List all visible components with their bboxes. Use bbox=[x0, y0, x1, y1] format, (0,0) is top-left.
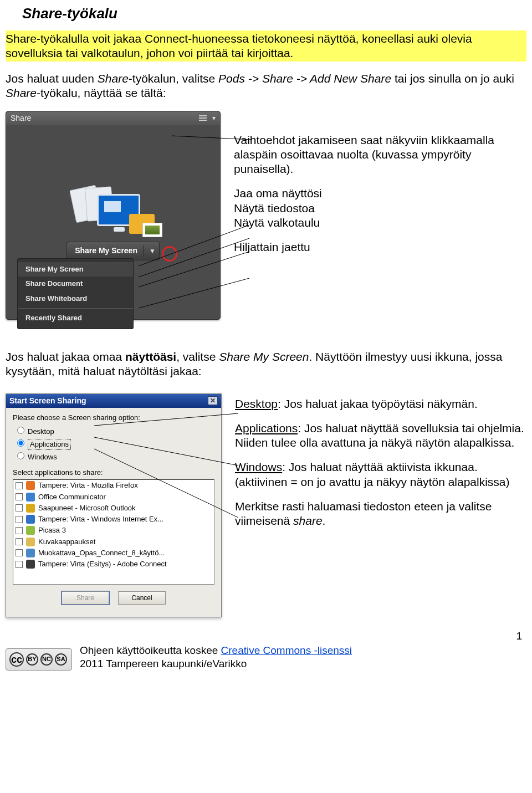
menu-item-share-screen[interactable]: Share My Screen bbox=[18, 262, 133, 277]
dialog-sublabel: Select applications to share: bbox=[13, 468, 214, 477]
share-button-label: Share My Screen bbox=[75, 246, 137, 256]
mi-label: Share Document bbox=[25, 279, 83, 288]
t: Desktop bbox=[235, 397, 278, 410]
list-item[interactable]: Tampere: Virta (Esitys) - Adobe Connect bbox=[13, 559, 214, 570]
app-label: Office Communicator bbox=[38, 493, 106, 502]
app-label: Kuvakaappaukset bbox=[38, 538, 95, 546]
t: . bbox=[323, 514, 326, 527]
app-icon bbox=[26, 526, 35, 535]
checkbox[interactable] bbox=[16, 482, 23, 489]
radio-label: Applications bbox=[28, 439, 71, 450]
explain-applications: Applications: Jos haluat näyttää sovellu… bbox=[235, 421, 526, 451]
mi-label: Share Whiteboard bbox=[25, 294, 87, 303]
page-number: 1 bbox=[516, 630, 522, 643]
radio-windows[interactable]: Windows bbox=[13, 451, 214, 463]
mi-label: Share My Screen bbox=[25, 265, 84, 273]
t: Pods -> Share -> Add New Share bbox=[218, 72, 391, 85]
app-icon bbox=[26, 515, 35, 524]
list-item[interactable]: Picasa 3 bbox=[13, 525, 214, 536]
dialog-titlebar: Start Screen Sharing ✕ bbox=[6, 394, 221, 408]
checkbox[interactable] bbox=[16, 527, 23, 534]
checkbox[interactable] bbox=[16, 504, 23, 511]
app-label: Saapuneet - Microsoft Outlook bbox=[38, 504, 136, 513]
share-button[interactable]: Share bbox=[62, 591, 109, 605]
checkbox[interactable] bbox=[16, 538, 23, 545]
explain-desktop: Desktop: Jos haluat jakaa työpöytäsi näk… bbox=[235, 397, 526, 411]
t: tai jos sinulla on jo auki bbox=[391, 72, 514, 85]
footer: cc BY NC SA Ohjeen käyttöoikeutta koskee… bbox=[6, 644, 526, 671]
footer-text: Ohjeen käyttöoikeutta koskee bbox=[80, 644, 221, 656]
share-pod-title: Share bbox=[11, 114, 31, 124]
page-title: Share-työkalu bbox=[22, 4, 526, 23]
share-dropdown-menu: Share My Screen Share Document Share Whi… bbox=[17, 258, 134, 329]
radio-label: Windows bbox=[28, 453, 57, 461]
dialog-title: Start Screen Sharing bbox=[9, 396, 86, 406]
t: Windows bbox=[235, 461, 282, 473]
app-label: Tampere: Virta (Esitys) - Adobe Connect bbox=[38, 560, 167, 569]
app-icon bbox=[26, 560, 35, 569]
t: share bbox=[293, 514, 323, 527]
callout-whiteboard: Näytä valkotaulu bbox=[234, 216, 526, 230]
callout-screen: Jaa oma näyttösi bbox=[234, 186, 526, 201]
mi-label: Recently Shared bbox=[25, 314, 82, 322]
checkbox[interactable] bbox=[16, 549, 23, 556]
cc-license-link[interactable]: Creative Commons -lisenssi bbox=[221, 644, 352, 656]
radio-label: Desktop bbox=[28, 427, 54, 436]
app-label: Tampere: Virta - Mozilla Firefox bbox=[38, 481, 138, 490]
menu-item-share-document[interactable]: Share Document bbox=[18, 277, 133, 291]
t: -työkalu, näyttää se tältä: bbox=[37, 86, 166, 99]
share-pod-titlebar: Share ▾ bbox=[6, 111, 220, 126]
t: Share My Screen bbox=[219, 350, 309, 363]
intro-highlight: Share-työkalulla voit jakaa Connect-huon… bbox=[6, 30, 526, 62]
t: Jos haluat uuden bbox=[6, 72, 98, 85]
callout-dropdown: Vaihtoehdot jakamiseen saat näkyviin kli… bbox=[234, 133, 526, 177]
annotation-circle bbox=[162, 246, 177, 262]
checkbox[interactable] bbox=[16, 561, 23, 568]
explain-windows: Windows: Jos haluat näyttää aktiivista i… bbox=[235, 460, 526, 489]
app-icon bbox=[26, 481, 35, 490]
list-item[interactable]: Muokattava_Opas_Connect_8_käyttö... bbox=[13, 548, 214, 559]
app-label: Muokattava_Opas_Connect_8_käyttö... bbox=[38, 549, 165, 557]
list-item[interactable]: Tampere: Virta - Mozilla Firefox bbox=[13, 480, 214, 491]
list-item[interactable]: Saapuneet - Microsoft Outlook bbox=[13, 503, 214, 514]
callout-document: Näytä tiedostoa bbox=[234, 201, 526, 216]
t: , valitse bbox=[176, 350, 219, 363]
list-item[interactable]: Kuvakaappaukset bbox=[13, 536, 214, 548]
share-illustration bbox=[71, 184, 155, 234]
dialog-prompt: Please choose a Screen sharing option: bbox=[13, 413, 214, 422]
list-item[interactable]: Tampere: Virta - Windows Internet Ex... bbox=[13, 514, 214, 525]
share-pod-screenshot: Share ▾ Share My Screen bbox=[6, 111, 221, 320]
intro-paragraph: Jos haluat uuden Share-työkalun, valitse… bbox=[6, 71, 526, 101]
cancel-button[interactable]: Cancel bbox=[118, 591, 166, 605]
chevron-down-icon[interactable]: ▼ bbox=[149, 247, 156, 255]
checkbox[interactable] bbox=[16, 516, 23, 523]
close-icon[interactable]: ✕ bbox=[208, 396, 218, 405]
cc-license-badge: cc BY NC SA bbox=[6, 648, 72, 671]
footer-copyright: 2011 Tampereen kaupunki/eVarikko bbox=[80, 658, 247, 669]
t: Share bbox=[98, 72, 129, 85]
share-my-screen-button[interactable]: Share My Screen ▼ bbox=[66, 242, 160, 260]
app-label: Picasa 3 bbox=[38, 526, 66, 535]
checkbox[interactable] bbox=[16, 493, 23, 500]
pod-menu-icon[interactable] bbox=[199, 115, 207, 121]
callout-recent: Hiljattain jaettu bbox=[234, 240, 526, 254]
t: näyttöäsi bbox=[125, 350, 176, 363]
explain-final: Merkitse rasti haluamasi tiedoston eteen… bbox=[235, 499, 526, 529]
t: -työkalun, valitse bbox=[129, 72, 218, 85]
t: Jos haluat jakaa omaa bbox=[6, 350, 125, 363]
t: Merkitse rasti haluamasi tiedoston eteen… bbox=[235, 500, 492, 527]
radio-desktop[interactable]: Desktop bbox=[13, 426, 214, 437]
menu-item-recently-shared[interactable]: Recently Shared bbox=[18, 311, 133, 325]
list-item[interactable]: Office Communicator bbox=[13, 492, 214, 503]
app-label: Tampere: Virta - Windows Internet Ex... bbox=[38, 515, 163, 524]
start-screen-sharing-dialog: Start Screen Sharing ✕ Please choose a S… bbox=[6, 393, 222, 618]
paragraph-share-screen: Jos haluat jakaa omaa näyttöäsi, valitse… bbox=[6, 350, 526, 379]
chevron-down-icon[interactable]: ▾ bbox=[212, 114, 216, 122]
app-icon bbox=[26, 493, 35, 502]
menu-item-share-whiteboard[interactable]: Share Whiteboard bbox=[18, 291, 133, 306]
app-icon bbox=[26, 549, 35, 557]
application-list[interactable]: Tampere: Virta - Mozilla FirefoxOffice C… bbox=[13, 479, 214, 585]
radio-applications[interactable]: Applications bbox=[13, 438, 214, 451]
app-icon bbox=[26, 504, 35, 513]
app-icon bbox=[26, 538, 35, 546]
